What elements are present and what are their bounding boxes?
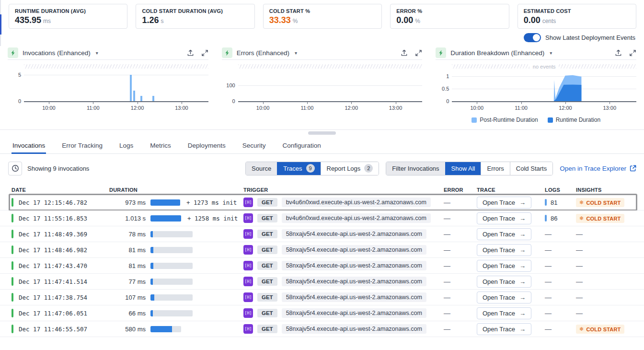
chart-title-dropdown[interactable]: Errors (Enhanced) (237, 49, 289, 57)
export-chart-button[interactable] (615, 49, 622, 57)
deployment-events-toggle[interactable] (524, 33, 541, 42)
table-row[interactable]: Dec 17 11:48:46.982 81 ms [H] GET 58nxaj… (0, 242, 644, 258)
open-trace-button[interactable]: Open Trace → (477, 307, 531, 319)
column-header-trace: TRACE (477, 187, 545, 193)
logs-cell: — (545, 325, 576, 333)
table-row[interactable]: Dec 17 11:48:49.369 78 ms [H] GET 58nxaj… (0, 226, 644, 242)
trace-cell: Open Trace → (477, 276, 545, 288)
errors-filter-button[interactable]: Errors (481, 162, 509, 175)
tab-logs[interactable]: Logs (118, 139, 134, 153)
duration-bar-fill (150, 263, 153, 269)
chart-title-dropdown[interactable]: Invocations (Enhanced) (23, 49, 91, 57)
open-trace-button[interactable]: Open Trace → (477, 276, 531, 288)
open-trace-button[interactable]: Open Trace → (477, 228, 531, 240)
report-logs-count-badge: 2 (364, 164, 373, 173)
traces-segment-button[interactable]: Traces9 (277, 162, 320, 175)
error-cell: — (444, 198, 477, 207)
trigger-host: bv4u6n0xwd.execute-api.us-west-2.amazona… (282, 198, 431, 207)
expand-chart-button[interactable] (201, 49, 208, 57)
duration-cell: 107 ms (109, 294, 243, 301)
duration-bar (150, 247, 193, 253)
open-in-trace-explorer-link[interactable]: Open in Trace Explorer (560, 165, 636, 172)
status-indicator-bar (12, 293, 13, 302)
resize-drag-handle[interactable] (308, 131, 336, 135)
status-indicator-bar (12, 214, 13, 222)
invocations-table: DATE DURATION TRIGGER ERROR TRACE LOGS I… (0, 185, 644, 337)
api-gateway-icon: [H] (243, 277, 253, 286)
duration-cell: 973 ms + 1273 ms init (109, 199, 243, 206)
open-trace-button[interactable]: Open Trace → (477, 260, 531, 272)
tab-error-tracking[interactable]: Error Tracking (61, 139, 104, 153)
log-bar-icon (545, 199, 547, 206)
trigger-cell: [H] GET 58nxajv5r4.execute-api.us-west-2… (243, 308, 444, 318)
tab-configuration[interactable]: Configuration (281, 139, 322, 153)
cold-starts-filter-button[interactable]: Cold Starts (510, 162, 552, 175)
arrow-right-icon: → (519, 278, 526, 285)
export-chart-button[interactable] (401, 49, 408, 57)
http-method-chip: GET (257, 277, 277, 286)
invocation-timestamp: Dec 17 11:48:46.982 (19, 246, 87, 254)
table-row[interactable]: Dec 17 11:47:43.470 81 ms [H] GET 58nxaj… (0, 258, 644, 274)
log-bar-icon (545, 215, 547, 222)
duration-bar (150, 231, 193, 237)
open-trace-button[interactable]: Open Trace → (477, 292, 531, 303)
chart-legend: Post-Runtime Duration Runtime Duration (436, 117, 636, 123)
status-indicator-bar (12, 261, 13, 270)
source-segment-button[interactable]: Source (246, 162, 277, 175)
tab-security[interactable]: Security (242, 139, 267, 153)
invocation-timestamp: Dec 17 11:46:55.507 (19, 326, 87, 333)
table-row[interactable]: Dec 17 11:55:16.853 1.013 s + 1258 ms in… (0, 210, 644, 226)
duration-bar (150, 326, 181, 332)
insights-cell: ❄ COLD START — (576, 245, 644, 254)
logs-cell: — (545, 262, 576, 269)
table-row[interactable]: Dec 17 12:15:46.782 973 ms + 1273 ms ini… (0, 195, 644, 210)
show-all-button[interactable]: Show All (445, 162, 481, 175)
open-trace-button[interactable]: Open Trace → (477, 212, 531, 224)
trigger-cell: [H] GET 58nxajv5r4.execute-api.us-west-2… (243, 245, 444, 255)
right-controls: Source Traces9 Report Logs2 Filter Invoc… (245, 162, 636, 175)
cold-start-badge: ❄ COLD START (576, 198, 624, 207)
report-logs-segment-button[interactable]: Report Logs2 (321, 162, 379, 175)
date-cell: Dec 17 11:55:16.853 (12, 214, 109, 222)
insights-cell: ❄ COLD START — (576, 213, 644, 223)
table-row[interactable]: Dec 17 11:46:55.507 580 ms [H] GET 58nxa… (0, 321, 644, 337)
duration-cell: 66 ms (109, 310, 243, 317)
insights-cell: ❄ COLD START — (576, 293, 644, 302)
duration-cell: 81 ms (109, 262, 243, 269)
duration-cell: 78 ms (109, 231, 243, 238)
tab-metrics[interactable]: Metrics (149, 139, 172, 153)
page-scroll-thumb[interactable] (0, 14, 1, 35)
chevron-down-icon[interactable]: ▾ (96, 50, 98, 56)
open-trace-button[interactable]: Open Trace → (477, 197, 531, 209)
invocation-timestamp: Dec 17 11:55:16.853 (19, 215, 87, 222)
chart-header: Duration Breakdown (Enhanced) ▾ (436, 46, 636, 60)
date-cell: Dec 17 12:15:46.782 (12, 198, 109, 207)
trigger-cell: [H] GET 58nxajv5r4.execute-api.us-west-2… (243, 277, 444, 286)
column-header-date: DATE (12, 187, 109, 193)
expand-chart-button[interactable] (629, 49, 636, 57)
date-cell: Dec 17 11:48:46.982 (12, 245, 109, 254)
chevron-down-icon[interactable]: ▾ (550, 50, 552, 56)
table-row[interactable]: Dec 17 11:47:41.514 77 ms [H] GET 58nxaj… (0, 274, 644, 290)
expand-chart-button[interactable] (415, 49, 422, 57)
legend-item-runtime: Runtime Duration (548, 117, 600, 123)
table-row[interactable]: Dec 17 11:47:06.051 66 ms [H] GET 58nxaj… (0, 305, 644, 321)
chevron-down-icon[interactable]: ▾ (295, 50, 297, 56)
error-cell: — (444, 214, 477, 222)
time-history-button[interactable] (8, 162, 22, 175)
open-trace-button[interactable]: Open Trace → (477, 323, 531, 335)
open-trace-button[interactable]: Open Trace → (477, 244, 531, 256)
export-chart-button[interactable] (187, 49, 194, 57)
no-events-label: no events (529, 64, 559, 70)
error-cell: — (444, 325, 477, 333)
tab-invocations[interactable]: Invocations (12, 139, 46, 153)
trace-cell: Open Trace → (477, 323, 545, 335)
tab-deployments[interactable]: Deployments (187, 139, 227, 153)
lambda-bolt-icon (222, 47, 232, 58)
chart-header: Invocations (Enhanced) ▾ (8, 46, 208, 60)
table-row[interactable]: Dec 17 11:47:38.754 107 ms [H] GET 58nxa… (0, 290, 644, 305)
metric-value: 0.00 (396, 15, 413, 25)
http-method-chip: GET (257, 261, 277, 270)
duration-bar (150, 310, 193, 316)
chart-title-dropdown[interactable]: Duration Breakdown (Enhanced) (450, 49, 544, 57)
